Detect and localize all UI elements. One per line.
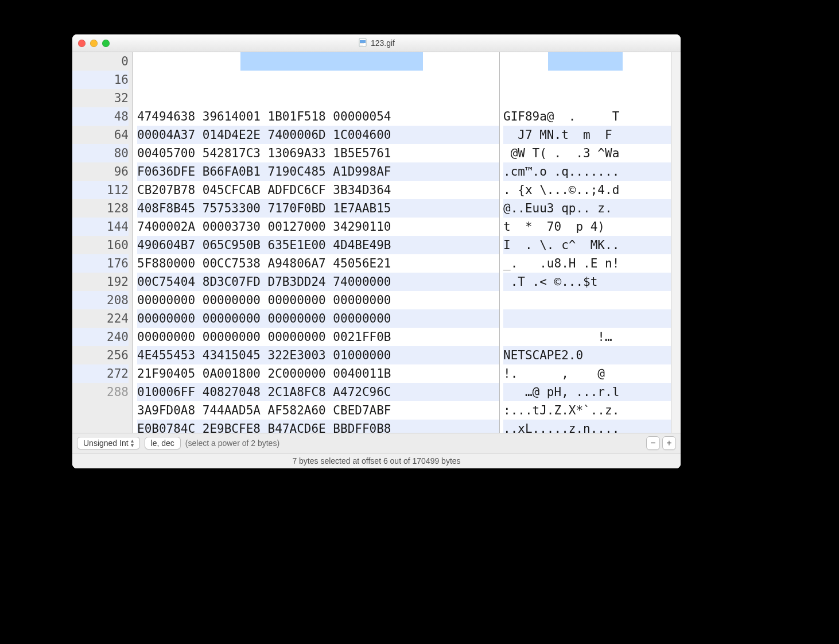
offset-cell: 112 — [72, 181, 129, 199]
ascii-cell[interactable]: …@ pH, ...r.l — [503, 383, 671, 401]
hex-selection — [240, 52, 423, 71]
offset-cell: 176 — [72, 254, 129, 273]
svg-rect-0 — [359, 38, 366, 46]
file-icon — [358, 38, 367, 49]
offset-cell: 208 — [72, 291, 129, 309]
minimize-button[interactable] — [90, 40, 98, 47]
ascii-cell[interactable]: !. , @ — [503, 364, 671, 383]
ascii-cell[interactable]: NETSCAPE2.0 — [503, 346, 671, 364]
hex-cell[interactable]: 490604B7 065C950B 635E1E00 4D4BE49B — [137, 236, 499, 254]
titlebar: 123.gif — [72, 34, 681, 52]
ascii-cell[interactable]: J7 MN.t m F — [503, 126, 671, 144]
ascii-cell[interactable]: _. .u8.H .E n! — [503, 254, 671, 273]
hex-view[interactable]: 0163248648096112128144160176192208224240… — [72, 52, 681, 433]
hex-cell[interactable]: 00C75404 8D3C07FD D7B3DD24 74000000 — [137, 273, 499, 291]
traffic-lights — [78, 40, 110, 47]
hex-cell[interactable]: 4E455453 43415045 322E3003 01000000 — [137, 346, 499, 364]
ascii-cell[interactable] — [503, 309, 671, 328]
offset-column: 0163248648096112128144160176192208224240… — [72, 52, 133, 433]
hex-cell[interactable]: 21F90405 0A001800 2C000000 0040011B — [137, 364, 499, 383]
hex-column[interactable]: 47494638 39614001 1B01F518 0000005400004… — [133, 52, 500, 433]
ascii-cell[interactable]: GIF89a@ . T — [503, 107, 671, 126]
hex-cell[interactable]: 3A9FD0A8 744AAD5A AF582A60 CBED7ABF — [137, 401, 499, 420]
hex-cell[interactable]: 00405700 542817C3 13069A33 1B5E5761 — [137, 144, 499, 162]
ascii-cell[interactable]: . {x \...©..;4.d — [503, 181, 671, 199]
ascii-cell[interactable]: t * 70 p 4) — [503, 218, 671, 236]
hex-cell[interactable]: 00000000 00000000 00000000 00000000 — [137, 291, 499, 309]
hex-cell[interactable]: 00000000 00000000 00000000 0021FF0B — [137, 328, 499, 346]
type-select[interactable]: Unsigned Int ▴▾ — [77, 437, 140, 449]
offset-cell: 256 — [72, 346, 129, 364]
footer: Unsigned Int ▴▾ le, dec (select a power … — [72, 433, 681, 468]
hex-cell[interactable]: CB207B78 045CFCAB ADFDC6CF 3B34D364 — [137, 181, 499, 199]
ascii-cell[interactable]: :...tJ.Z.X*`..z. — [503, 401, 671, 420]
data-inspector: Unsigned Int ▴▾ le, dec (select a power … — [72, 433, 681, 453]
offset-cell: 144 — [72, 218, 129, 236]
hex-cell[interactable]: 010006FF 40827048 2C1A8FC8 A472C96C — [137, 383, 499, 401]
ascii-cell[interactable]: ..xL.....z.n.... — [503, 420, 671, 433]
hex-cell[interactable]: 00004A37 014D4E2E 7400006D 1C004600 — [137, 126, 499, 144]
ascii-column[interactable]: GIF89a@ . T J7 MN.t m F @W T( . .3 ^Wa.c… — [500, 52, 671, 433]
hex-cell[interactable]: 408F8B45 75753300 7170F0BD 1E7AAB15 — [137, 199, 499, 218]
hex-cell[interactable]: 7400002A 00003730 00127000 34290110 — [137, 218, 499, 236]
hex-cell[interactable]: 00000000 00000000 00000000 00000000 — [137, 309, 499, 328]
window-title: 123.gif — [72, 38, 681, 49]
window-title-text: 123.gif — [371, 38, 395, 48]
ascii-selection — [548, 52, 623, 71]
offset-cell: 224 — [72, 309, 129, 328]
offset-cell: 0 — [72, 52, 129, 71]
ascii-cell[interactable] — [503, 291, 671, 309]
updown-icon: ▴▾ — [131, 439, 134, 448]
offset-cell: 16 — [72, 71, 129, 89]
offset-cell: 240 — [72, 328, 129, 346]
svg-rect-2 — [360, 44, 364, 44]
app-window: 123.gif 01632486480961121281441601761922… — [72, 34, 681, 468]
offset-cell: 160 — [72, 236, 129, 254]
type-select-label: Unsigned Int — [83, 439, 129, 448]
status-bar: 7 bytes selected at offset 6 out of 1704… — [72, 453, 681, 468]
svg-rect-3 — [360, 45, 363, 45]
offset-cell: 64 — [72, 126, 129, 144]
offset-cell: 32 — [72, 89, 129, 107]
offset-cell: 288 — [72, 383, 129, 397]
minus-button[interactable]: − — [646, 436, 660, 450]
hex-cell[interactable]: 47494638 39614001 1B01F518 00000054 — [137, 107, 499, 126]
endian-select[interactable]: le, dec — [145, 437, 181, 449]
plus-button[interactable]: + — [662, 436, 676, 450]
ascii-cell[interactable]: I . \. c^ MK.. — [503, 236, 671, 254]
ascii-cell[interactable]: !… — [503, 328, 671, 346]
offset-cell: 96 — [72, 162, 129, 181]
ascii-cell[interactable]: @..Euu3 qp.. z. — [503, 199, 671, 218]
offset-cell: 192 — [72, 273, 129, 291]
svg-rect-1 — [360, 40, 366, 43]
offset-cell: 272 — [72, 364, 129, 383]
hex-cell[interactable]: E0B0784C 2E9BCFE8 B47ACD6E BBDFF0B8 — [137, 420, 499, 433]
zoom-button[interactable] — [102, 40, 110, 47]
hex-cell[interactable]: F0636DFE B66FA0B1 7190C485 A1D998AF — [137, 162, 499, 181]
offset-cell: 80 — [72, 144, 129, 162]
ascii-cell[interactable]: .T .< ©...$t — [503, 273, 671, 291]
endian-select-label: le, dec — [151, 439, 174, 448]
offset-cell: 48 — [72, 107, 129, 126]
inspector-hint: (select a power of 2 bytes) — [185, 439, 279, 448]
hex-cell[interactable]: 5F880000 00CC7538 A94806A7 45056E21 — [137, 254, 499, 273]
close-button[interactable] — [78, 40, 86, 47]
scrollbar[interactable] — [671, 52, 681, 433]
ascii-cell[interactable]: .cm™.o .q....... — [503, 162, 671, 181]
status-text: 7 bytes selected at offset 6 out of 1704… — [292, 456, 460, 465]
offset-cell: 128 — [72, 199, 129, 218]
ascii-cell[interactable]: @W T( . .3 ^Wa — [503, 144, 671, 162]
